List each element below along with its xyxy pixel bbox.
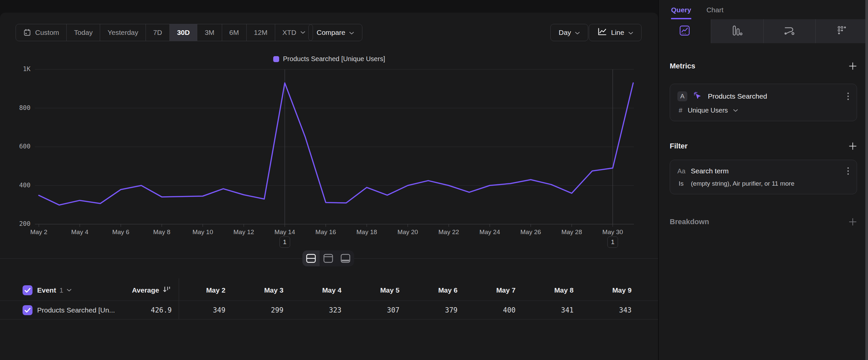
filter-card[interactable]: Aa Search term Is (empty string), Air pu… xyxy=(670,160,857,194)
chart-type-label: Line xyxy=(611,29,624,36)
sort-descending-icon[interactable] xyxy=(162,286,172,295)
x-tick-label: May 2 xyxy=(30,228,48,236)
date-column-header[interactable]: May 4 xyxy=(283,286,341,294)
filter-title: Filter xyxy=(670,142,688,150)
range-7d[interactable]: 7D xyxy=(146,24,169,41)
layout-table-only-button[interactable] xyxy=(337,250,354,266)
x-tick-label: May 24 xyxy=(479,228,500,236)
layout-toggle-group xyxy=(302,250,354,266)
x-tick-label: May 18 xyxy=(356,228,377,236)
date-column-header[interactable]: May 5 xyxy=(341,286,400,294)
filter-section-header: Filter xyxy=(670,142,857,150)
date-value-cells: 349299323307379400341343 xyxy=(179,301,631,319)
page-scrollbar[interactable] xyxy=(865,0,868,360)
table-row[interactable]: Products Searched [Un... 426.9 349299323… xyxy=(0,301,658,320)
chevron-down-icon xyxy=(733,108,738,114)
metric-kebab-menu[interactable] xyxy=(847,92,849,101)
tab-funnels[interactable] xyxy=(711,19,764,43)
funnels-icon xyxy=(731,25,743,38)
chevron-down-icon xyxy=(300,31,305,34)
date-column-header[interactable]: May 9 xyxy=(574,286,631,294)
event-header-dropdown[interactable]: Event 1 xyxy=(37,286,72,294)
metric-card[interactable]: A Products Searched # Unique Users xyxy=(670,84,857,121)
x-tick-label: May 4 xyxy=(71,228,89,236)
x-tick-label: May 26 xyxy=(521,228,541,236)
x-tick-label: May 6 xyxy=(112,228,129,236)
date-column-header[interactable]: May 8 xyxy=(516,286,574,294)
filter-property-name: Search term xyxy=(691,167,841,175)
text-property-icon: Aa xyxy=(677,167,685,175)
metrics-section-header: Metrics xyxy=(670,62,857,71)
date-cell-value: 343 xyxy=(574,306,631,314)
date-cell-value: 349 xyxy=(179,306,225,314)
x-tick-label: May 30 xyxy=(602,228,623,236)
date-column-header[interactable]: May 2 xyxy=(179,286,225,294)
chart-type-dropdown[interactable]: Line xyxy=(589,24,642,41)
range-yesterday[interactable]: Yesterday xyxy=(100,24,146,41)
add-breakdown-button[interactable] xyxy=(848,218,857,226)
chart-legend[interactable]: Products Searched [Unique Users] xyxy=(0,55,658,63)
add-metric-button[interactable] xyxy=(848,62,857,71)
filter-kebab-menu[interactable] xyxy=(847,167,849,175)
compare-label: Compare xyxy=(317,29,345,36)
chevron-down-icon xyxy=(628,29,633,36)
date-column-header[interactable]: May 7 xyxy=(458,286,516,294)
line-chart-icon xyxy=(597,27,607,38)
range-30d[interactable]: 30D xyxy=(169,24,197,41)
y-tick-label: 1K xyxy=(23,65,31,73)
row-checkbox[interactable] xyxy=(23,305,32,315)
filter-card-main-row: Aa Search term xyxy=(670,160,857,177)
x-tick-label: May 20 xyxy=(398,228,418,236)
metric-aggregation-row[interactable]: # Unique Users xyxy=(670,104,857,121)
select-all-checkbox[interactable] xyxy=(23,285,32,295)
event-count: 1 xyxy=(59,286,63,294)
tab-chart[interactable]: Chart xyxy=(707,6,723,19)
range-today[interactable]: Today xyxy=(66,24,100,41)
number-prefix: # xyxy=(679,107,682,114)
interval-label: Day xyxy=(559,29,571,36)
insights-icon xyxy=(679,25,691,38)
calendar-icon xyxy=(23,29,31,36)
x-tick-label: May 16 xyxy=(315,228,336,236)
date-range-toolbar: CustomTodayYesterday7D30D3M6M12MXTD xyxy=(16,24,313,41)
legend-label: Products Searched [Unique Users] xyxy=(283,55,385,63)
chevron-down-icon xyxy=(349,29,354,36)
layout-split-view-button[interactable] xyxy=(302,250,320,266)
tab-query[interactable]: Query xyxy=(671,6,691,19)
tab-flows[interactable] xyxy=(764,19,816,43)
flows-icon xyxy=(783,25,796,38)
range-custom[interactable]: Custom xyxy=(16,24,66,41)
row-average-value: 426.9 xyxy=(113,306,172,314)
range-xtd[interactable]: XTD xyxy=(275,24,313,41)
query-panel-body: Metrics A Products Searched # Unique Use… xyxy=(659,62,868,226)
date-cell-value: 299 xyxy=(225,306,283,314)
metric-letter-badge: A xyxy=(677,91,687,101)
query-panel: Query Chart Metrics A xyxy=(658,0,868,360)
annotation-badge[interactable]: 1 xyxy=(279,237,290,248)
add-filter-button[interactable] xyxy=(848,142,857,150)
report-type-tabs xyxy=(659,19,868,43)
tab-insights[interactable] xyxy=(659,19,711,43)
tab-retention[interactable] xyxy=(816,19,868,43)
retention-icon xyxy=(836,25,848,38)
filter-operator: Is xyxy=(679,180,684,187)
range-12m[interactable]: 12M xyxy=(246,24,275,41)
annotation-badge[interactable]: 1 xyxy=(608,237,618,248)
date-cell-value: 341 xyxy=(516,306,574,314)
y-tick-label: 600 xyxy=(19,142,31,150)
interval-dropdown[interactable]: Day xyxy=(550,24,588,41)
date-column-header[interactable]: May 6 xyxy=(400,286,458,294)
date-cell-value: 323 xyxy=(283,306,341,314)
range-3m[interactable]: 3M xyxy=(197,24,221,41)
average-header[interactable]: Average xyxy=(113,286,172,295)
metric-name: Products Searched xyxy=(708,92,841,100)
filter-value: (empty string), Air purifier, or 11 more xyxy=(691,180,795,187)
layout-chart-only-button[interactable] xyxy=(320,250,337,266)
filter-condition-row[interactable]: Is (empty string), Air purifier, or 11 m… xyxy=(670,177,857,194)
compare-button[interactable]: Compare xyxy=(308,24,362,41)
date-cell-value: 379 xyxy=(400,306,458,314)
range-6m[interactable]: 6M xyxy=(222,24,246,41)
date-column-header[interactable]: May 3 xyxy=(225,286,283,294)
y-tick-label: 800 xyxy=(19,104,31,111)
metric-card-main-row: A Products Searched xyxy=(670,84,857,104)
